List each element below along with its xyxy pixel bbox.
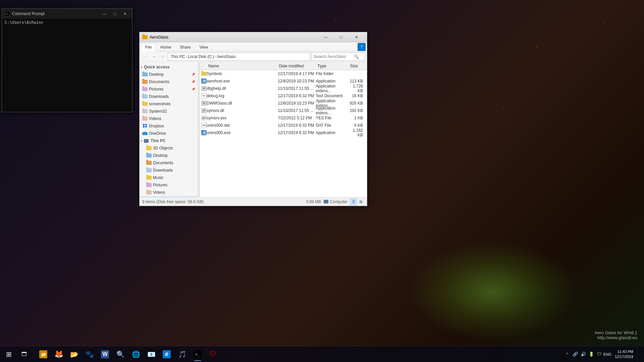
file-name-cell: dbghelp.dll bbox=[207, 86, 278, 91]
clock-date: 12/17/2019 bbox=[615, 354, 633, 359]
taskview-button[interactable]: 🗖 bbox=[17, 347, 32, 362]
tab-share[interactable]: Share bbox=[175, 43, 195, 51]
explorer-minimize-button[interactable]: — bbox=[318, 32, 333, 42]
taskbar-app-search[interactable]: 🔍 bbox=[113, 347, 128, 362]
file-size: 826 KB bbox=[348, 101, 366, 106]
tray-battery-icon[interactable]: 🔋 bbox=[588, 351, 595, 358]
taskbar-app-globe[interactable]: 🌐 bbox=[128, 347, 143, 362]
tray-expand-button[interactable]: ^ bbox=[564, 351, 571, 358]
search-input[interactable] bbox=[314, 54, 354, 59]
status-right: 3.96 MB Computer ☰ ⊞ bbox=[306, 198, 364, 205]
explorer-close-button[interactable]: ✕ bbox=[349, 32, 364, 42]
desktop: C: Command Prompt — □ ✕ C:\Users\Ashwin>… bbox=[0, 0, 644, 362]
nav-item-pictures[interactable]: Pictures 📌 bbox=[140, 85, 198, 93]
nav-forward-button[interactable]: → bbox=[150, 53, 158, 60]
file-row[interactable]: Symbols 12/17/2019 4:17 PM File folder bbox=[200, 70, 367, 77]
nav-up-button[interactable]: ↑ bbox=[159, 53, 166, 60]
view-grid-button[interactable]: ⊞ bbox=[358, 198, 364, 205]
file-row[interactable]: dll dbghelp.dll 11/10/2017 11:55 ... App… bbox=[200, 85, 367, 92]
exe-icon: ⚙ bbox=[201, 78, 207, 84]
taskbar: ⊞ 🗖 📁 🦊 📂 🐾 W 🔍 🌐 📧 bbox=[0, 346, 644, 362]
nav-item-downloads[interactable]: Downloads bbox=[140, 93, 198, 100]
taskbar-app-edge[interactable]: e bbox=[159, 347, 174, 362]
explorer-titlebar: AeroGlass — □ ✕ bbox=[140, 32, 367, 42]
file-date: 12/17/2019 4:17 PM bbox=[278, 71, 316, 76]
file-row[interactable]: dat unins000.dat 12/17/2019 6:32 PM DAT … bbox=[200, 122, 367, 129]
tray-lang-icon[interactable]: ENG bbox=[604, 351, 611, 358]
taskbar-app-folder[interactable]: 📂 bbox=[67, 347, 82, 362]
path-aeroglass: AeroGlass bbox=[217, 54, 235, 59]
tab-view[interactable]: View bbox=[195, 43, 212, 51]
cmd-minimize-button[interactable]: — bbox=[100, 10, 109, 17]
nav-item-docs-thispc[interactable]: Documents bbox=[140, 159, 198, 167]
watermark: Aero Glass for Win8.1 http://www.glass8.… bbox=[595, 330, 637, 340]
nav-item-onedrive[interactable]: OneDrive bbox=[140, 130, 198, 137]
nav-item-dropbox[interactable]: Dropbox bbox=[140, 122, 198, 130]
cmd-close-button[interactable]: ✕ bbox=[120, 10, 129, 17]
file-row[interactable]: ⚙ unins000.exe 12/17/2019 6:32 PM Applic… bbox=[200, 129, 367, 136]
taskbar-app-cat[interactable]: 🐾 bbox=[82, 347, 97, 362]
tray-security-icon[interactable]: 🛡 bbox=[596, 351, 603, 358]
tab-home[interactable]: Home bbox=[156, 43, 175, 51]
taskbar-app-fileexplorer[interactable]: 📁 bbox=[36, 347, 51, 362]
taskview-icon: 🗖 bbox=[21, 351, 27, 357]
file-name-cell: Symbols bbox=[207, 71, 278, 76]
pin-icon-desktop: 📌 bbox=[192, 73, 195, 76]
cmd-app-icon: C: bbox=[5, 11, 10, 16]
nav-back-button[interactable]: ← bbox=[142, 53, 149, 60]
quick-access-header[interactable]: ▾ Quick access bbox=[140, 63, 198, 71]
nav-item-system32[interactable]: System32 bbox=[140, 108, 198, 115]
clock[interactable]: 11:43 PM 12/17/2019 bbox=[612, 349, 636, 359]
file-type: Application extens... bbox=[316, 106, 348, 115]
search-icon-tb: 🔍 bbox=[116, 350, 125, 358]
file-row[interactable]: dll symsrv.dll 11/10/2017 11:55 ... Appl… bbox=[200, 107, 367, 114]
this-pc-chevron: ▾ bbox=[141, 139, 142, 142]
taskbar-app-firefox[interactable]: 🦊 bbox=[51, 347, 66, 362]
start-button[interactable]: ⊞ bbox=[1, 347, 16, 362]
explorer-maximize-button[interactable]: □ bbox=[333, 32, 349, 42]
tray-volume-icon[interactable]: 🔊 bbox=[580, 351, 587, 358]
nav-item-desktop[interactable]: Desktop 📌 bbox=[140, 71, 198, 78]
file-name-cell: debug.log bbox=[207, 94, 278, 98]
taskbar-app-cmd[interactable]: >_ bbox=[190, 347, 205, 362]
tray-network-icon[interactable]: 🔗 bbox=[572, 351, 579, 358]
col-header-size[interactable]: Size bbox=[347, 62, 366, 70]
nav-item-pictures-thispc[interactable]: Pictures bbox=[140, 181, 198, 189]
nav-item-music[interactable]: Music bbox=[140, 174, 198, 181]
file-row[interactable]: yes symsrv.yes 7/22/2012 5:12 PM YES Fil… bbox=[200, 114, 367, 122]
nav-item-screenshots[interactable]: screenshots bbox=[140, 100, 198, 108]
col-header-date[interactable]: Date modified bbox=[276, 62, 315, 70]
file-type: Text Document bbox=[316, 94, 348, 98]
col-header-type[interactable]: Type bbox=[315, 62, 347, 70]
view-details-button[interactable]: ☰ bbox=[350, 198, 357, 205]
nav-item-downloads-thispc[interactable]: Downloads bbox=[140, 167, 198, 174]
taskbar-app-music[interactable]: 🎵 bbox=[175, 347, 190, 362]
edge-icon: e bbox=[163, 350, 171, 358]
nav-item-videos-qa[interactable]: Videos bbox=[140, 115, 198, 122]
taskbar-app-security[interactable]: 🛡 bbox=[206, 347, 220, 362]
cmd-maximize-button[interactable]: □ bbox=[110, 10, 119, 17]
taskbar-app-mail[interactable]: 📧 bbox=[144, 347, 159, 362]
nav-item-videos-thispc[interactable]: Videos bbox=[140, 189, 198, 196]
ribbon-help-button[interactable]: ? bbox=[358, 43, 366, 51]
search-icon[interactable]: 🔍 bbox=[354, 54, 359, 59]
col-header-name[interactable]: Name bbox=[206, 62, 276, 70]
cmd-title-left: C: Command Prompt bbox=[5, 11, 45, 16]
nav-item-desktop-thispc[interactable]: Desktop bbox=[140, 152, 198, 159]
taskbar-app-word[interactable]: W bbox=[98, 347, 112, 362]
show-desktop-button[interactable] bbox=[637, 347, 640, 362]
cmd-body: C:\Users\Ashwin> bbox=[2, 19, 132, 112]
explorer-title-left: AeroGlass bbox=[142, 35, 168, 40]
nav-item-documents[interactable]: Documents 📌 bbox=[140, 78, 198, 85]
file-name-text: dbghelp.dll bbox=[207, 86, 226, 91]
this-pc-header[interactable]: ▾ This PC bbox=[140, 137, 198, 144]
file-name-cell: DWMGlass.dll bbox=[207, 101, 278, 106]
file-size: 113 KB bbox=[348, 79, 366, 83]
address-bar: ← → ↑ This PC › Local Disk (C:) › AeroGl… bbox=[140, 51, 367, 62]
path-localdisk: Local Disk (C:) bbox=[188, 54, 214, 59]
file-type: YES File bbox=[316, 116, 348, 120]
tab-file[interactable]: File bbox=[141, 43, 156, 51]
nav-item-3dobjects[interactable]: 3D Objects bbox=[140, 144, 198, 152]
address-path[interactable]: This PC › Local Disk (C:) › AeroGlass bbox=[168, 53, 310, 61]
quick-access-chevron: ▾ bbox=[141, 66, 142, 69]
